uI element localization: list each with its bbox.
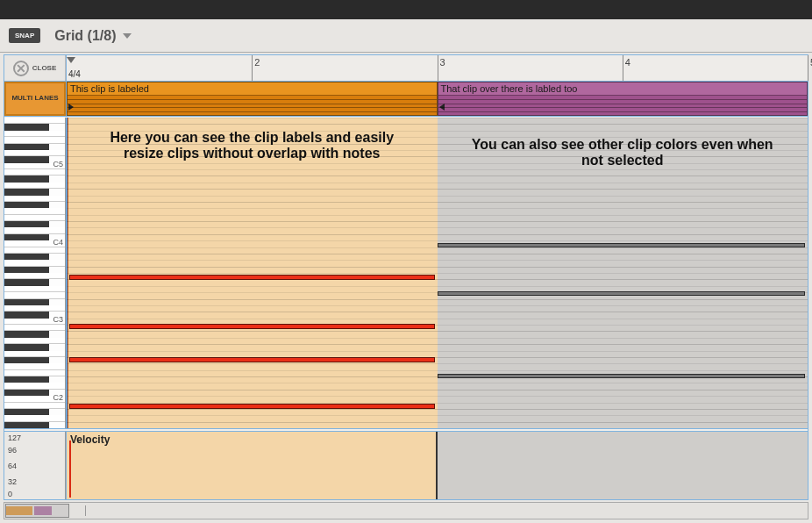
bar-marker: 5	[808, 55, 812, 81]
white-key[interactable]: C3	[4, 319, 65, 325]
octave-label: C4	[53, 238, 63, 247]
minimap[interactable]	[4, 502, 808, 519]
black-key[interactable]	[4, 279, 49, 285]
white-key[interactable]	[4, 383, 65, 389]
black-key[interactable]	[4, 299, 49, 305]
black-key[interactable]	[4, 422, 49, 428]
velocity-lane: 127 96 64 32 0 Velocity	[4, 431, 808, 499]
velocity-stem[interactable]	[69, 441, 71, 498]
playhead-marker-icon[interactable]	[67, 57, 75, 63]
black-key[interactable]	[4, 344, 49, 350]
chevron-down-icon	[123, 33, 132, 39]
white-key[interactable]	[4, 286, 65, 292]
grid-resolution-dropdown[interactable]: Grid (1/8)	[54, 28, 132, 44]
white-key[interactable]	[4, 273, 65, 279]
clip-lane-row: MULTI LANES This clip is labeled That cl…	[4, 82, 808, 117]
black-key[interactable]	[4, 156, 49, 162]
white-key[interactable]: C2	[4, 396, 65, 402]
black-key[interactable]	[4, 409, 49, 415]
vel-tick: 127	[8, 433, 21, 442]
white-key[interactable]	[4, 305, 65, 312]
note-grid[interactable]: Here you can see the clip labels and eas…	[66, 118, 808, 428]
white-key[interactable]	[4, 183, 65, 189]
velocity-body[interactable]: Velocity	[66, 432, 808, 499]
white-key[interactable]: C5	[4, 163, 65, 169]
white-key[interactable]	[4, 403, 65, 409]
midi-note-inactive[interactable]	[438, 291, 806, 296]
grid-resolution-label: Grid (1/8)	[54, 28, 116, 44]
white-key[interactable]	[4, 325, 65, 331]
timeline-ruler[interactable]: 4/4 2 3 4 5	[66, 55, 808, 81]
clip-body	[68, 95, 437, 115]
bar-marker: 4	[623, 55, 630, 81]
velocity-bg-unselected	[438, 432, 808, 499]
black-key[interactable]	[4, 254, 49, 260]
clip-label: That clip over there is labled too	[438, 82, 808, 95]
white-key[interactable]	[4, 150, 65, 156]
clip-header-purple[interactable]: That clip over there is labled too	[438, 82, 808, 116]
close-label: CLOSE	[32, 64, 57, 72]
multi-lanes-button[interactable]: MULTI LANES	[4, 82, 66, 116]
bar-marker: 2	[252, 55, 260, 81]
white-key[interactable]	[4, 260, 65, 266]
time-signature: 4/4	[68, 69, 81, 79]
black-key[interactable]	[4, 312, 49, 318]
piano-keyboard[interactable]: C5C4C3C2	[4, 118, 66, 428]
black-key[interactable]	[4, 390, 49, 396]
black-key[interactable]	[4, 144, 49, 150]
white-key[interactable]	[4, 208, 65, 214]
piano-roll: C5C4C3C2 Here you can see the clip label…	[4, 118, 808, 429]
white-key[interactable]	[4, 247, 65, 254]
vel-tick: 32	[8, 477, 17, 486]
white-key[interactable]	[4, 292, 65, 298]
midi-note-inactive[interactable]	[438, 243, 806, 247]
white-key[interactable]	[4, 415, 65, 421]
top-toolbar: SNAP Grid (1/8)	[0, 19, 812, 53]
midi-note[interactable]	[69, 357, 435, 362]
vel-tick: 0	[8, 490, 12, 498]
close-button[interactable]: ✕ CLOSE	[4, 55, 66, 81]
black-key[interactable]	[4, 176, 49, 182]
white-key[interactable]	[4, 351, 65, 357]
midi-note[interactable]	[69, 324, 435, 329]
midi-editor: ✕ CLOSE 4/4 2 3 4 5 MULTI LANES This cli…	[4, 54, 808, 500]
black-key[interactable]	[4, 357, 49, 363]
white-key[interactable]	[4, 118, 65, 124]
white-key[interactable]	[4, 137, 65, 143]
white-key[interactable]	[4, 131, 65, 137]
white-key[interactable]	[4, 227, 65, 233]
vel-tick: 64	[8, 462, 17, 470]
midi-note[interactable]	[69, 275, 435, 280]
minimap-tick	[85, 505, 86, 516]
octave-label: C3	[53, 315, 63, 324]
velocity-scale: 127 96 64 32 0	[4, 432, 66, 499]
clip-label: This clip is labeled	[68, 82, 437, 95]
black-key[interactable]	[4, 202, 49, 208]
black-key[interactable]	[4, 376, 49, 383]
white-key[interactable]	[4, 215, 65, 221]
white-key[interactable]	[4, 196, 65, 202]
ruler-row: ✕ CLOSE 4/4 2 3 4 5	[4, 55, 808, 82]
black-key[interactable]	[4, 221, 49, 227]
black-key[interactable]	[4, 124, 49, 130]
white-key[interactable]	[4, 363, 65, 369]
minimap-viewport[interactable]	[5, 504, 69, 518]
octave-label: C5	[53, 160, 63, 168]
clip-header-orange[interactable]: This clip is labeled	[67, 82, 438, 116]
black-key[interactable]	[4, 189, 49, 195]
clip-lane[interactable]: This clip is labeled That clip over ther…	[66, 82, 808, 116]
white-key[interactable]	[4, 338, 65, 344]
white-key[interactable]: C4	[4, 240, 65, 247]
close-icon: ✕	[13, 61, 29, 76]
black-key[interactable]	[4, 234, 49, 240]
white-key[interactable]	[4, 370, 65, 376]
black-key[interactable]	[4, 267, 49, 273]
octave-label: C2	[53, 393, 63, 402]
black-key[interactable]	[4, 331, 49, 337]
snap-toggle-button[interactable]: SNAP	[9, 28, 40, 43]
white-key[interactable]	[4, 169, 65, 176]
clip-body	[438, 95, 808, 115]
midi-note-inactive[interactable]	[438, 374, 806, 378]
midi-note[interactable]	[69, 404, 435, 409]
bar-marker: 3	[438, 55, 445, 81]
